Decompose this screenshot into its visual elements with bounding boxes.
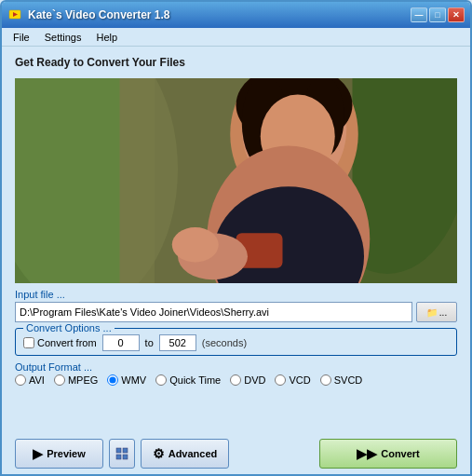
label-avi: AVI — [29, 374, 45, 386]
close-button[interactable]: ✕ — [448, 7, 465, 22]
output-format-section: Output Format ... AVI MPEG WMV Quick Tim… — [15, 361, 457, 386]
menu-settings[interactable]: Settings — [37, 30, 89, 45]
main-content: Get Ready to Convert Your Files — [2, 47, 470, 433]
radio-mpeg[interactable] — [54, 374, 65, 386]
main-window: Kate`s Video Converter 1.8 — □ ✕ File Se… — [0, 0, 472, 476]
svg-point-18 — [172, 227, 219, 263]
app-icon — [7, 7, 22, 22]
maximize-button[interactable]: □ — [429, 7, 446, 22]
input-file-label: Input file ... — [15, 289, 457, 300]
to-label: to — [145, 337, 154, 348]
svg-rect-23 — [116, 455, 121, 459]
advanced-label: Advanced — [169, 448, 218, 459]
to-value-input[interactable] — [159, 334, 196, 351]
radio-quicktime[interactable] — [155, 374, 167, 386]
radio-avi[interactable] — [15, 374, 26, 386]
svg-rect-24 — [123, 455, 128, 459]
format-avi: AVI — [15, 374, 45, 386]
menu-bar: File Settings Help — [2, 28, 470, 47]
output-format-label: Output Format ... — [15, 361, 457, 373]
format-quicktime: Quick Time — [155, 374, 221, 386]
input-row: 📁 ... — [15, 302, 457, 322]
radio-vcd[interactable] — [275, 374, 286, 386]
label-dvd: DVD — [244, 374, 265, 386]
from-value-input[interactable] — [102, 334, 140, 351]
preview-button[interactable]: ▶ Preview — [15, 439, 103, 469]
label-mpeg: MPEG — [68, 374, 98, 386]
convert-options-group: Convert Options ... Convert from to (sec… — [15, 328, 457, 356]
format-dvd: DVD — [230, 374, 265, 386]
minimize-button[interactable]: — — [411, 7, 427, 22]
format-vcd: VCD — [275, 374, 310, 386]
grid-button[interactable] — [109, 439, 135, 469]
input-section: Input file ... 📁 ... — [15, 289, 457, 322]
menu-help[interactable]: Help — [88, 30, 125, 45]
format-options: AVI MPEG WMV Quick Time DVD — [15, 374, 457, 386]
label-vcd: VCD — [289, 374, 310, 386]
convert-options-inner: Convert from to (seconds) — [23, 333, 449, 351]
convert-button[interactable]: ▶▶ Convert — [319, 439, 457, 469]
convert-from-checkbox-item: Convert from — [23, 337, 97, 348]
radio-svcd[interactable] — [320, 374, 331, 386]
convert-options-label: Convert Options ... — [23, 322, 115, 333]
seconds-label: (seconds) — [202, 337, 247, 348]
page-title: Get Ready to Convert Your Files — [15, 56, 457, 69]
svg-rect-21 — [116, 448, 121, 453]
convert-icon: ▶▶ — [357, 446, 377, 461]
browse-dots: ... — [439, 307, 447, 318]
format-mpeg: MPEG — [54, 374, 98, 386]
preview-icon: ▶ — [33, 446, 43, 461]
title-bar: Kate`s Video Converter 1.8 — □ ✕ — [2, 2, 470, 28]
radio-wmv[interactable] — [107, 374, 118, 386]
advanced-button[interactable]: ⚙ Advanced — [141, 439, 229, 469]
grid-icon — [115, 447, 128, 460]
browse-button[interactable]: 📁 ... — [416, 302, 457, 322]
folder-icon: 📁 — [426, 307, 438, 318]
convert-from-label: Convert from — [37, 337, 97, 348]
bottom-bar: ▶ Preview ⚙ Advanced ▶▶ Convert — [2, 433, 470, 474]
convert-label: Convert — [381, 448, 420, 459]
preview-label: Preview — [47, 448, 86, 459]
file-input[interactable] — [15, 302, 412, 322]
label-quicktime: Quick Time — [169, 374, 221, 386]
window-title: Kate`s Video Converter 1.8 — [28, 8, 411, 21]
format-wmv: WMV — [107, 374, 146, 386]
label-wmv: WMV — [121, 374, 146, 386]
advanced-icon: ⚙ — [153, 446, 165, 461]
convert-from-checkbox[interactable] — [23, 337, 34, 348]
svg-rect-22 — [123, 448, 128, 453]
format-svcd: SVCD — [320, 374, 363, 386]
label-svcd: SVCD — [334, 374, 363, 386]
window-controls: — □ ✕ — [411, 7, 465, 22]
menu-file[interactable]: File — [6, 30, 37, 45]
video-preview — [15, 78, 457, 283]
radio-dvd[interactable] — [230, 374, 241, 386]
photo-canvas — [15, 78, 457, 283]
